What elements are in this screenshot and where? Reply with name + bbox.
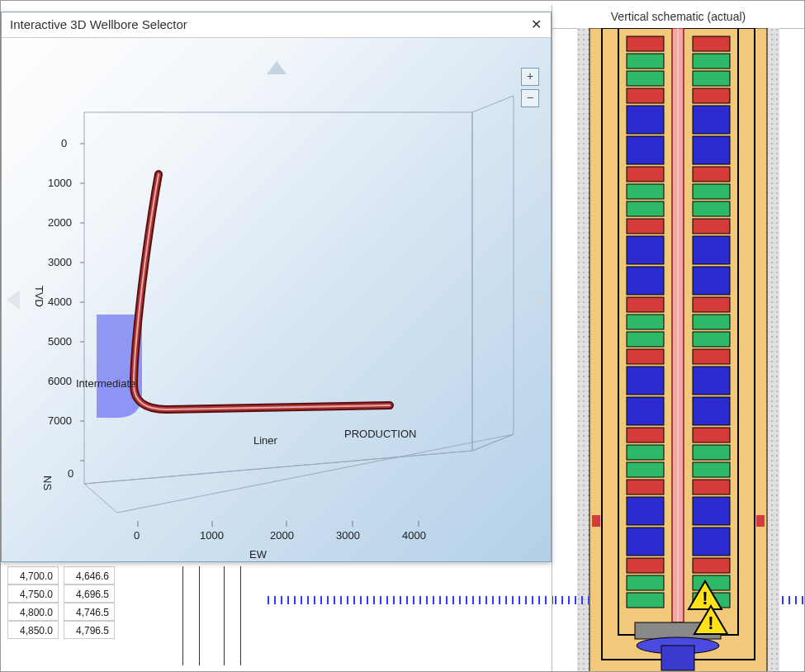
svg-marker-2: [84, 434, 514, 513]
svg-rect-57: [627, 397, 664, 425]
svg-rect-23: [627, 36, 664, 51]
tvd-tick: 7000: [48, 414, 72, 427]
left-area: 4,700.04,646.6 4,750.04,696.5 4,800.04,7…: [1, 5, 554, 671]
table-row: 4,700.04,646.6: [7, 566, 120, 584]
svg-rect-43: [627, 236, 664, 264]
svg-rect-75: [627, 593, 664, 608]
svg-text:!: !: [702, 588, 708, 608]
md-cell: 4,700.0: [7, 566, 59, 584]
tvd-tick: 0: [61, 137, 67, 149]
svg-rect-71: [627, 558, 664, 573]
svg-rect-56: [693, 367, 730, 395]
svg-rect-24: [693, 36, 730, 51]
ew-tick: 2000: [270, 529, 294, 542]
svg-rect-34: [693, 136, 730, 164]
svg-rect-36: [693, 167, 730, 182]
tvd-tick: 5000: [48, 335, 72, 348]
table-row: 4,750.04,696.5: [7, 584, 120, 603]
svg-rect-42: [693, 219, 730, 234]
viewer-3d[interactable]: + −: [2, 38, 551, 561]
svg-rect-38: [693, 184, 730, 199]
svg-rect-25: [627, 54, 664, 69]
svg-rect-69: [627, 528, 664, 556]
svg-rect-66: [693, 480, 730, 495]
svg-rect-60: [693, 428, 730, 442]
svg-rect-49: [627, 315, 664, 329]
table-row: 4,850.04,796.5: [7, 621, 120, 639]
svg-rect-46: [693, 267, 730, 295]
svg-rect-54: [693, 349, 730, 364]
svg-rect-33: [627, 136, 664, 164]
svg-rect-29: [627, 88, 664, 103]
section-label-production: PRODUCTION: [344, 428, 416, 440]
close-icon: ✕: [531, 17, 542, 31]
svg-rect-61: [627, 445, 664, 460]
svg-rect-62: [693, 445, 730, 460]
svg-rect-74: [693, 575, 730, 590]
svg-rect-44: [693, 236, 730, 264]
log-track-lines: [174, 566, 273, 665]
scene-svg: [2, 38, 551, 561]
ew-tick: 1000: [200, 529, 224, 542]
ew-tick: 3000: [336, 529, 360, 542]
tvd-tick: 1000: [48, 177, 72, 189]
svg-marker-1: [472, 96, 514, 451]
svg-rect-65: [627, 480, 664, 495]
svg-rect-31: [627, 106, 664, 134]
app-root: 4,700.04,646.6 4,750.04,696.5 4,800.04,7…: [0, 0, 805, 672]
tvd-cell: 4,746.5: [64, 603, 115, 621]
ns-axis-label: NS: [41, 476, 54, 490]
svg-rect-41: [627, 219, 664, 234]
tvd-axis-label: TVD: [33, 286, 45, 307]
svg-rect-32: [693, 106, 730, 134]
svg-rect-52: [693, 332, 730, 347]
tvd-cell: 4,646.6: [64, 566, 115, 584]
svg-rect-50: [693, 315, 730, 329]
svg-rect-64: [693, 462, 730, 477]
svg-rect-37: [627, 184, 664, 199]
svg-rect-63: [627, 462, 664, 477]
svg-rect-73: [627, 575, 664, 590]
fluid-level-marker-right: [779, 596, 804, 604]
wellbore-selector-dialog: Interactive 3D Wellbore Selector ✕ + −: [1, 12, 552, 562]
svg-rect-45: [627, 267, 664, 295]
svg-rect-51: [627, 332, 664, 347]
svg-rect-35: [627, 167, 664, 182]
svg-rect-47: [627, 297, 664, 312]
md-cell: 4,750.0: [7, 584, 59, 603]
svg-rect-70: [693, 528, 730, 556]
svg-rect-72: [693, 558, 730, 573]
svg-rect-26: [693, 54, 730, 69]
section-label-liner: Liner: [253, 434, 277, 447]
dialog-titlebar[interactable]: Interactive 3D Wellbore Selector ✕: [2, 12, 551, 38]
section-label-intermediate: Intermediate: [76, 377, 135, 390]
tvd-tick: 2000: [48, 216, 72, 229]
table-row: 4,800.04,746.5: [7, 603, 120, 621]
vertical-schematic[interactable]: ! !: [552, 28, 804, 671]
svg-rect-82: [592, 515, 600, 527]
md-cell: 4,800.0: [7, 603, 59, 621]
tvd-tick: 4000: [48, 296, 72, 308]
tvd-cell: 4,796.5: [64, 621, 115, 639]
close-button[interactable]: ✕: [526, 15, 546, 35]
svg-rect-40: [693, 201, 730, 216]
ew-tick: 4000: [402, 529, 426, 542]
dialog-title: Interactive 3D Wellbore Selector: [10, 17, 187, 31]
depth-table: 4,700.04,646.6 4,750.04,696.5 4,800.04,7…: [7, 566, 120, 639]
svg-rect-59: [627, 428, 664, 442]
md-cell: 4,850.0: [7, 621, 59, 639]
ew-tick: 0: [134, 529, 140, 542]
svg-rect-83: [756, 515, 765, 527]
fluid-level-marker: [265, 596, 554, 604]
tvd-tick: 3000: [48, 256, 72, 268]
right-panel: Vertical schematic (actual): [552, 5, 804, 671]
ew-axis-label: EW: [249, 548, 267, 561]
ns-tick: 0: [68, 467, 73, 480]
svg-rect-68: [693, 497, 730, 525]
right-panel-title: Vertical schematic (actual): [552, 5, 804, 29]
svg-rect-53: [627, 349, 664, 364]
svg-rect-58: [693, 397, 730, 425]
svg-rect-28: [693, 71, 730, 86]
tvd-cell: 4,696.5: [64, 584, 115, 603]
svg-rect-39: [627, 201, 664, 216]
